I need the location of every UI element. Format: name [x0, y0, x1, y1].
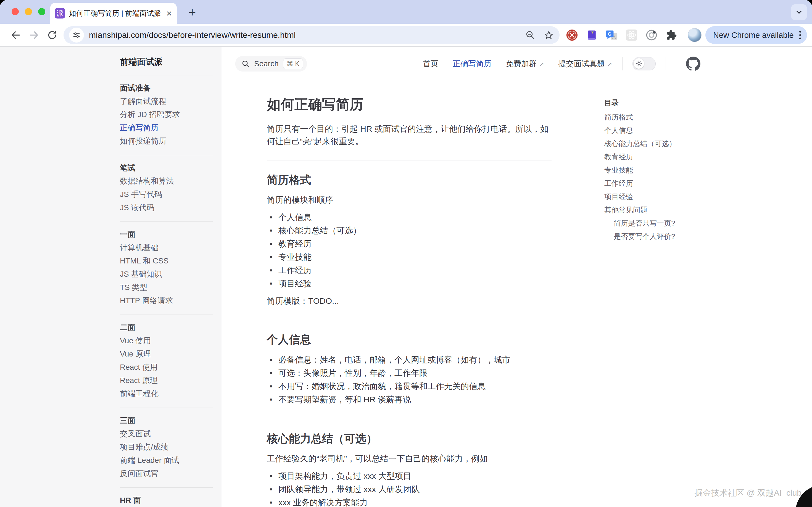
toc-subitem[interactable]: 是否要写个人评价?: [614, 230, 720, 243]
extensions-puzzle-icon[interactable]: [665, 29, 678, 42]
refresh-button[interactable]: [43, 26, 61, 44]
toc-link[interactable]: 项目经验: [604, 192, 633, 201]
extension-purple-book-icon[interactable]: [586, 29, 598, 42]
toolbar-divider: [682, 29, 682, 41]
toc-link[interactable]: 工作经历: [604, 179, 633, 187]
extension-react-devtools-icon[interactable]: [625, 29, 638, 42]
sidebar-item[interactable]: React 原理: [120, 374, 213, 387]
search-shortcut-badge: ⌘ K: [283, 58, 303, 70]
toc-item[interactable]: 工作经历: [604, 177, 720, 190]
toc-item[interactable]: 简历格式: [604, 110, 720, 124]
nav-link[interactable]: 首页: [423, 59, 438, 69]
sidebar-group: 二面Vue 使用Vue 原理React 使用React 原理前端工程化: [120, 315, 213, 408]
toc-link[interactable]: 简历是否只写一页?: [614, 219, 675, 227]
theme-toggle[interactable]: [633, 57, 656, 70]
tab-title: 如何正确写简历 | 前端面试派: [69, 9, 162, 18]
bullet-list: 个人信息核心能力总结（可选）教育经历专业技能工作经历项目经验: [267, 211, 551, 290]
sidebar-item[interactable]: React 使用: [120, 361, 213, 374]
maximize-window-button[interactable]: [38, 8, 45, 15]
sidebar-item[interactable]: 项目难点/成绩: [120, 441, 213, 454]
sidebar-item[interactable]: 如何投递简历: [120, 134, 213, 148]
sidebar-item[interactable]: Vue 原理: [120, 347, 213, 361]
site-logo[interactable]: 前端面试派: [120, 55, 213, 75]
search-label: Search: [254, 59, 279, 68]
back-icon: [10, 30, 21, 41]
extension-red-badge-icon[interactable]: [565, 29, 578, 42]
url-bar[interactable]: mianshipai.com/docs/before-interview/wri…: [63, 26, 559, 44]
extension-orbit-icon[interactable]: [645, 29, 658, 42]
profile-avatar[interactable]: [688, 28, 702, 42]
nav-link[interactable]: 正确写简历: [453, 59, 491, 69]
search-button[interactable]: Search ⌘ K: [235, 56, 307, 71]
toc-link[interactable]: 教育经历: [604, 153, 633, 161]
zoom-out-button[interactable]: [525, 30, 535, 40]
toc-link[interactable]: 个人信息: [604, 126, 633, 134]
toc-link[interactable]: 核心能力总结（可选）: [604, 139, 676, 148]
tab-search-chevron-button[interactable]: [791, 4, 807, 20]
toc-item[interactable]: 教育经历: [604, 150, 720, 164]
article-section: 个人信息必备信息：姓名，电话，邮箱，个人网址或博客（如有），城市可选：头像照片，…: [267, 320, 551, 406]
tab-close-icon[interactable]: ×: [166, 9, 172, 18]
section-lead: 工作经验久的“老司机”，可以总结一下自己的核心能力，例如: [267, 452, 551, 465]
browser-menu-icon[interactable]: [798, 31, 803, 39]
url-text[interactable]: mianshipai.com/docs/before-interview/wri…: [89, 31, 517, 40]
article-section: 简历格式简历的模块和顺序个人信息核心能力总结（可选）教育经历专业技能工作经历项目…: [267, 160, 551, 307]
bookmark-star-button[interactable]: [544, 30, 554, 40]
sidebar-item[interactable]: 交叉面试: [120, 427, 213, 441]
sidebar-group: 一面计算机基础HTML 和 CSSJS 基础知识TS 类型HTTP 网络请求: [120, 221, 213, 315]
chrome-update-label: New Chrome available: [713, 31, 794, 40]
toc-item[interactable]: 项目经验: [604, 190, 720, 203]
section-heading: 个人信息: [267, 320, 551, 346]
toc-link[interactable]: 简历格式: [604, 113, 633, 121]
sidebar-item[interactable]: 计算机基础: [120, 241, 213, 254]
page-content: 前端面试派 面试准备了解面试流程分析 JD 招聘要求正确写简历如何投递简历笔试数…: [0, 47, 812, 507]
toc-item[interactable]: 核心能力总结（可选）: [604, 137, 720, 150]
sidebar-item[interactable]: JS 手写代码: [120, 188, 213, 201]
browser-tab[interactable]: 派 如何正确写简历 | 前端面试派 ×: [50, 3, 177, 24]
sidebar-group: 笔试数据结构和算法JS 手写代码JS 读代码: [120, 155, 213, 221]
sidebar-item[interactable]: HTTP 网络请求: [120, 294, 213, 307]
minimize-window-button[interactable]: [25, 8, 32, 15]
nav-divider: [666, 57, 666, 70]
toc-link[interactable]: 其他常见问题: [604, 206, 647, 214]
chevron-down-icon: [795, 8, 803, 16]
site-settings-icon[interactable]: [69, 27, 84, 43]
sidebar-item[interactable]: TS 类型: [120, 281, 213, 294]
sidebar-item[interactable]: JS 基础知识: [120, 268, 213, 281]
forward-button[interactable]: [25, 26, 43, 44]
toc-link[interactable]: 是否要写个人评价?: [614, 232, 675, 240]
sidebar-group-title: 二面: [120, 321, 213, 334]
extension-google-translate-icon[interactable]: 文G: [605, 29, 618, 42]
nav-divider: [622, 57, 622, 70]
sidebar-item[interactable]: 分析 JD 招聘要求: [120, 108, 213, 121]
external-link-icon: ↗: [539, 61, 544, 68]
star-icon: [544, 30, 554, 40]
close-window-button[interactable]: [12, 8, 19, 15]
toc-subitem[interactable]: 简历是否只写一页?: [614, 217, 720, 230]
chrome-update-button[interactable]: New Chrome available: [705, 26, 807, 44]
toc-item[interactable]: 专业技能: [604, 164, 720, 177]
github-link[interactable]: [686, 57, 700, 71]
sidebar-item[interactable]: 反问面试官: [120, 467, 213, 480]
sidebar-group-title: 三面: [120, 414, 213, 427]
sidebar-item[interactable]: 正确写简历: [120, 121, 213, 134]
sidebar-item[interactable]: HTML 和 CSS: [120, 254, 213, 268]
sidebar-item[interactable]: Vue 使用: [120, 334, 213, 347]
sidebar-group: 面试准备了解面试流程分析 JD 招聘要求正确写简历如何投递简历: [120, 75, 213, 155]
macos-window-controls[interactable]: [12, 8, 45, 15]
toc-link[interactable]: 专业技能: [604, 166, 633, 174]
nav-link[interactable]: 提交面试真题↗: [558, 59, 612, 69]
sidebar-item[interactable]: 前端工程化: [120, 387, 213, 400]
sidebar-item[interactable]: 数据结构和算法: [120, 174, 213, 188]
nav-link[interactable]: 免费加群↗: [506, 59, 544, 69]
back-button[interactable]: [7, 26, 25, 44]
toc-item[interactable]: 其他常见问题简历是否只写一页?是否要写个人评价?: [604, 203, 720, 243]
bullet-item: 必备信息：姓名，电话，邮箱，个人网址或博客（如有），城市: [268, 353, 551, 367]
article: 如何正确写简历 简历只有一个目的：引起 HR 或面试官的注意，让他们给你打电话。…: [267, 96, 551, 507]
sidebar-group-title: 一面: [120, 228, 213, 241]
toc-item[interactable]: 个人信息: [604, 124, 720, 137]
sidebar-item[interactable]: JS 读代码: [120, 201, 213, 214]
sidebar-item[interactable]: 前端 Leader 面试: [120, 454, 213, 467]
new-tab-button[interactable]: +: [184, 4, 200, 20]
sidebar-item[interactable]: 了解面试流程: [120, 95, 213, 108]
